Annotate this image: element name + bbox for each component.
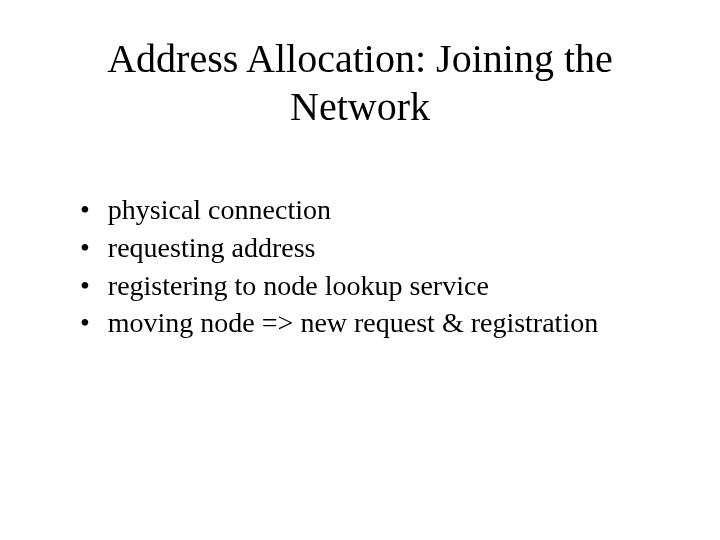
bullet-text: registering to node lookup service [108, 267, 670, 305]
bullet-list: • physical connection • requesting addre… [50, 191, 670, 342]
list-item: • requesting address [80, 229, 670, 267]
bullet-icon: • [80, 267, 90, 305]
list-item: • registering to node lookup service [80, 267, 670, 305]
slide-title: Address Allocation: Joining the Network [50, 35, 670, 131]
bullet-text: physical connection [108, 191, 670, 229]
bullet-icon: • [80, 304, 90, 342]
bullet-text: moving node => new request & registratio… [108, 304, 670, 342]
bullet-text: requesting address [108, 229, 670, 267]
bullet-icon: • [80, 229, 90, 267]
list-item: • moving node => new request & registrat… [80, 304, 670, 342]
list-item: • physical connection [80, 191, 670, 229]
bullet-icon: • [80, 191, 90, 229]
